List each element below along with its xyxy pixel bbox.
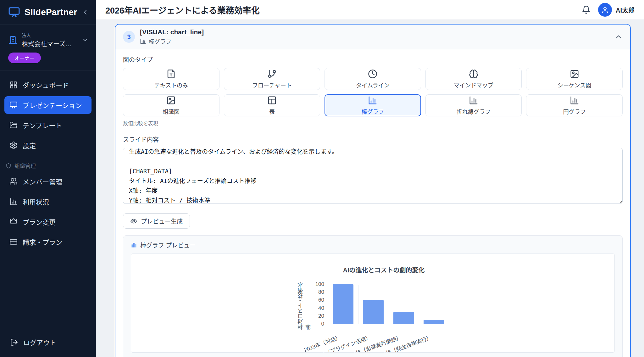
chart-preview-panel: 棒グラフ プレビュー AIの進化とコストの劇的変化 相対コスト / 技術水準 0… [123,235,623,357]
logout-icon [10,338,18,346]
bar-chart-icon [140,38,146,44]
presentation-icon [9,101,18,109]
slide-number-badge: 3 [123,31,135,43]
building-icon [8,35,18,45]
slide-content-textarea[interactable]: 生成AIの急速な進化と普及のタイムライン、および経済的な変化を示します。 [CH… [123,148,623,204]
bar-chart-axis-icon [368,96,377,105]
chart-y-tick: 60 [318,297,324,303]
chart-y-tick: 0 [321,321,324,327]
chart-y-tick: 40 [318,305,324,311]
sidebar-item-plan-change[interactable]: プラン変更 [4,213,92,231]
org-nav: メンバー管理 利用状況 プラン変更 請求・プラン [0,171,96,252]
sidebar-item-presentations[interactable]: プレゼンテーション [4,96,92,114]
chart-plot: 020406080100 [328,285,449,324]
mini-bar-chart-icon [131,242,137,248]
sidebar-item-usage[interactable]: 利用状況 [4,193,92,210]
chart-bar [393,312,414,324]
diagram-type-grid: テキストのみ フローチャート タイムライン マインドマップ [123,68,623,116]
slide-card-header: 3 [VISUAL: chart_line] 棒グラフ [115,25,630,49]
app-header: SlidePartner [0,0,96,25]
diagram-type-sequence[interactable]: シーケンス図 [526,68,623,90]
crown-icon [9,218,18,226]
shield-icon [6,163,11,169]
role-badge: オーナー [8,53,41,63]
diagram-type-text-only[interactable]: テキストのみ [123,68,219,90]
bell-icon [582,5,591,14]
sidebar-item-settings[interactable]: 設定 [4,137,92,154]
folder-open-icon [9,121,18,129]
sidebar-item-dashboard[interactable]: ダッシュボード [4,76,92,94]
app-logo-icon [8,6,20,18]
topbar: 2026年AIエージェントによる業務効率化 AI太郎 [96,0,644,20]
table-icon [267,96,277,105]
chart-y-tick: 20 [318,313,324,319]
chart-y-tick: 100 [315,281,324,287]
chart-bar [333,284,353,324]
sidebar-item-billing[interactable]: 請求・プラン [4,233,92,251]
bar-chart-icon [9,198,18,206]
bar-chart-axis-icon [570,96,579,105]
bar-chart-axis-icon [469,96,478,105]
users-icon [9,177,18,186]
diagram-type-org-chart[interactable]: 組織図 [123,94,219,116]
slide-content-label: スライド内容 [123,135,623,143]
diagram-type-pie-chart[interactable]: 円グラフ [526,94,623,116]
diagram-type-line-chart[interactable]: 折れ線グラフ [425,94,522,116]
diagram-type-bar-chart[interactable]: 棒グラフ [325,94,421,116]
chart-bar [363,300,384,324]
brain-icon [469,69,478,79]
credit-card-icon [9,238,18,246]
logout-button[interactable]: ログアウト [0,331,96,357]
avatar [598,3,612,17]
bar-chart-preview: AIの進化とコストの劇的変化 相対コスト / 技術水準 020406080100… [297,254,449,353]
org-management-section-label: 組織管理 [0,155,96,171]
chevron-up-icon [614,33,623,41]
slide-title: [VISUAL: chart_line] [140,28,204,36]
chart-title: AIの進化とコストの劇的変化 [297,265,449,274]
image-icon [570,69,579,79]
user-icon [601,6,609,14]
page-title: 2026年AIエージェントによる業務効率化 [105,4,260,16]
sidebar: SlidePartner 法人 株式会社マーズスピ... オーナー ダッシュボー… [0,0,96,357]
diagram-type-mindmap[interactable]: マインドマップ [425,68,522,90]
user-name: AI太郎 [616,5,635,14]
git-branch-icon [267,69,277,79]
content-area: 3 [VISUAL: chart_line] 棒グラフ 図のタイプ [96,20,644,357]
diagram-type-label: 図のタイプ [123,55,623,64]
chart-x-labels: 2023年（対話）2024年（プラグイン活用）2025年（自律実行開始）2026… [319,330,441,353]
chart-y-tick: 80 [318,289,324,295]
app-title: SlidePartner [25,7,77,17]
slide-editor-card: 3 [VISUAL: chart_line] 棒グラフ 図のタイプ [115,24,631,357]
dashboard-grid-icon [9,81,18,89]
eye-icon [130,218,137,225]
preview-panel-title: 棒グラフ プレビュー [140,241,196,249]
sidebar-item-members[interactable]: メンバー管理 [4,173,92,190]
diagram-type-flowchart[interactable]: フローチャート [224,68,320,90]
org-type-label: 法人 [22,32,78,38]
chart-y-axis-title: 相対コスト / 技術水準 [297,279,313,330]
diagram-type-hint: 数値比較を表現 [123,119,623,127]
diagram-type-table[interactable]: 表 [224,94,320,116]
org-name: 株式会社マーズスピ... [22,39,78,48]
collapse-section-button[interactable] [614,33,623,41]
main-nav: ダッシュボード プレゼンテーション テンプレート 設定 [0,70,96,155]
gear-icon [9,141,18,149]
clock-icon [368,69,377,79]
slide-subtitle: 棒グラフ [149,37,171,45]
chart-canvas: AIの進化とコストの劇的変化 相対コスト / 技術水準 020406080100… [131,254,615,353]
user-menu[interactable]: AI太郎 [598,3,635,17]
chevron-down-icon [82,36,89,43]
image-icon [166,96,176,105]
generate-preview-button[interactable]: プレビュー生成 [123,213,190,229]
sidebar-collapse-button[interactable] [81,8,89,16]
file-text-icon [166,69,176,79]
org-selector[interactable]: 法人 株式会社マーズスピ... [0,25,96,48]
sidebar-item-templates[interactable]: テンプレート [4,116,92,134]
diagram-type-timeline[interactable]: タイムライン [325,68,421,90]
notifications-button[interactable] [582,5,591,14]
chart-bar [424,320,444,324]
